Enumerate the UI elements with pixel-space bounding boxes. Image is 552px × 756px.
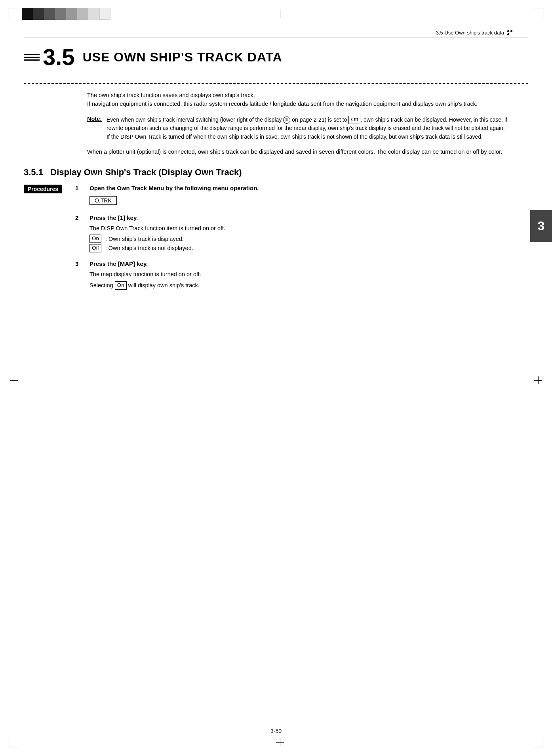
step-3-header: 3 Press the [MAP] key. [75,260,520,267]
color-bar [22,8,110,20]
step-2-on-box: On [89,235,101,243]
corner-mark-tl [8,8,20,20]
main-content: The own ship's track function saves and … [24,91,520,307]
page-header: 3.5 Use Own ship's track data [436,30,512,36]
step-3-details: The map display function is turned on or… [89,270,520,290]
intro-line1: The own ship's track function saves and … [87,91,520,100]
when-section: When a plotter unit (optional) is connec… [87,148,520,157]
step-3-desc2-row: Selecting On will display own ship's tra… [89,281,520,290]
corner-mark-tr [532,8,544,20]
section-dots [507,30,512,35]
step-3: 3 Press the [MAP] key. The map display f… [75,260,520,290]
step-2-on-row: On : Own ship's track is displayed. [89,235,520,243]
step-2: 2 Press the [1] key. The DISP Own Track … [75,214,520,252]
footer-page-number: 3-50 [270,728,282,734]
step-2-text: Press the [1] key. [89,214,138,221]
step-2-details: The DISP Own Track function item is turn… [89,224,520,252]
chapter-marker: 3 [530,210,552,242]
section-line-1 [24,54,40,55]
step-1-details: O.TRK [89,195,520,206]
intro-section: The own ship's track function saves and … [87,91,520,109]
step-3-text: Press the [MAP] key. [89,260,148,267]
step-2-options: On : Own ship's track is displayed. Off … [89,235,520,252]
step-2-header: 2 Press the [1] key. [75,214,520,221]
section-line-2 [24,57,40,58]
step-2-num: 2 [75,214,83,221]
step-1-text: Open the Own Track Menu by the following… [89,185,259,191]
bottom-separator [24,724,528,724]
step-3-desc3: will display own ship's track. [127,282,200,288]
note-block: Note: Even when own ship's track interva… [87,116,520,141]
footer: 3-50 [24,728,528,734]
section-number: 3.5 [43,46,75,69]
section-lines [24,54,40,61]
page-header-text: 3.5 Use Own ship's track data [436,30,504,36]
step-1-header: 1 Open the Own Track Menu by the followi… [75,185,520,191]
note-label: Note: [87,116,102,141]
step-3-desc2: Selecting [89,282,115,288]
when-text: When a plotter unit (optional) is connec… [87,148,520,157]
note-text-1: Even when own ship's track interval swit… [107,116,283,123]
step-1-num: 1 [75,185,83,191]
intro-line2: If navigation equipment is connected, th… [87,100,520,109]
step-2-off-desc: : Own ship's track is not displayed. [105,245,193,251]
step-2-off-row: Off : Own ship's track is not displayed. [89,244,520,252]
procedures-badge-wrap: Procedures [24,185,67,193]
section-heading: 3.5 USE OWN SHIP'S TRACK DATA [24,46,282,69]
crosshair-top [276,10,284,18]
section-number-box: 3.5 [24,46,75,69]
step-2-off-box: Off [89,244,101,252]
steps-container: 1 Open the Own Track Menu by the followi… [75,185,520,298]
note-content: Even when own ship's track interval swit… [107,116,520,141]
subsection-3-5-1: 3.5.1 Display Own Ship's Track (Display … [24,167,520,298]
section-title: USE OWN SHIP'S TRACK DATA [83,50,282,65]
crosshair-right [534,376,542,384]
note-text-4: If the DISP Own Track is turned off when… [107,134,483,140]
otrk-menu-button[interactable]: O.TRK [89,196,117,205]
step-2-on-desc: : Own ship's track is displayed. [105,236,184,242]
dashed-separator [24,83,528,84]
note-off-box: Off [348,116,360,124]
crosshair-bottom [276,738,284,746]
header-line [24,38,528,38]
corner-mark-bl [8,736,20,748]
note-text-2: on page 2-21) is set to [290,116,348,123]
section-line-3 [24,59,40,61]
subsection-title: 3.5.1 Display Own Ship's Track (Display … [24,167,520,178]
step-3-desc1: The map display function is turned on or… [89,270,520,279]
crosshair-left [10,376,18,384]
corner-mark-br [532,736,544,748]
step-3-on-box: On [115,281,127,290]
procedures-badge: Procedures [24,185,62,193]
step-2-desc: The DISP Own Track function item is turn… [89,224,520,233]
circle-num: ③ [283,116,290,124]
procedures-row: Procedures 1 Open the Own Track Menu by … [24,185,520,298]
step-3-num: 3 [75,260,83,267]
step-1: 1 Open the Own Track Menu by the followi… [75,185,520,206]
